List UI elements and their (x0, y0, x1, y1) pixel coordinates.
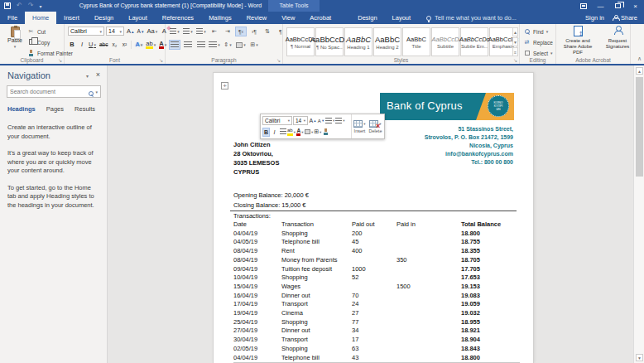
text-effects-button[interactable]: A▾ (134, 40, 143, 49)
style-item[interactable]: AaBbCcD Subtitle (431, 27, 459, 56)
replace-button[interactable]: ⇄Replace (523, 37, 553, 47)
sign-in-button[interactable]: Sign in (585, 14, 604, 22)
italic-button[interactable]: I (78, 40, 86, 49)
contextual-tab[interactable]: Design (350, 12, 384, 24)
mini-font-family-combo[interactable]: Calibri▾ (262, 116, 292, 125)
rtl-text-direction-button[interactable]: ›¶ (248, 27, 260, 36)
increase-indent-button[interactable]: ⇥ (222, 27, 233, 36)
nav-tab-pages[interactable]: Pages (46, 105, 64, 113)
subscript-button[interactable]: x₂ (110, 40, 118, 49)
vertical-scrollbar[interactable]: ▲ ▼ (633, 65, 644, 363)
mini-delete-table-button[interactable]: ▾ Delete (368, 114, 383, 138)
text-highlight-button[interactable]: ab▾ (145, 40, 156, 49)
ltr-text-direction-button[interactable]: ¶‹ (235, 27, 247, 36)
navigation-options-icon[interactable]: ▾ (86, 73, 89, 79)
numbering-button[interactable]: ▾ (182, 27, 194, 36)
align-center-button[interactable] (182, 40, 194, 50)
mini-highlight-button[interactable]: ab▾ (287, 128, 296, 137)
styles-scroll-down-icon[interactable]: ▼ (512, 37, 518, 46)
nav-tab-headings[interactable]: Headings (7, 105, 36, 113)
style-item[interactable]: AaBbCcDc Subtle Em... (460, 27, 488, 56)
style-item[interactable]: AaBbC Heading 1 (344, 27, 372, 56)
mini-font-size-combo[interactable]: 14▾ (293, 116, 308, 125)
redo-icon[interactable]: ↷ (28, 0, 34, 12)
search-icon[interactable] (89, 91, 94, 96)
bullets-button[interactable]: ▾ (169, 27, 180, 36)
share-button[interactable]: Share (613, 14, 637, 22)
styles-scroll-up-icon[interactable]: ▲ (512, 27, 518, 36)
ribbon-tab[interactable]: Insert (56, 12, 87, 24)
ribbon-tab[interactable]: Acrobat (302, 12, 339, 24)
scrollbar-thumb[interactable] (636, 77, 643, 177)
tell-me-box[interactable]: Tell me what you want to do... (426, 12, 517, 24)
bold-button[interactable]: B (68, 40, 76, 49)
ribbon-tab[interactable]: Design (87, 12, 121, 24)
style-item[interactable]: AaBbC Heading 2 (373, 27, 401, 56)
change-case-button[interactable]: Aa▾ (147, 27, 159, 36)
paste-button[interactable]: Paste ▾ (4, 26, 26, 59)
navigation-close-icon[interactable]: × (96, 70, 100, 79)
mini-borders-button[interactable]: ⊞▾ (314, 128, 321, 137)
close-button[interactable]: × (627, 0, 644, 12)
align-right-button[interactable] (195, 40, 207, 50)
contextual-tab[interactable]: Layout (385, 12, 419, 24)
style-item[interactable]: AaBbC Title (402, 27, 430, 56)
scroll-up-icon[interactable]: ▲ (636, 67, 643, 75)
restore-button[interactable] (609, 0, 627, 12)
mini-shrink-font-button[interactable]: A▾ (317, 116, 324, 125)
ribbon-display-options-button[interactable] (574, 0, 592, 12)
paragraph-dialog-launcher[interactable]: ↘ (276, 58, 281, 63)
ribbon-tab[interactable]: Review (239, 12, 275, 24)
styles-dialog-launcher[interactable]: ↘ (513, 58, 517, 63)
ribbon-tab[interactable]: View (274, 12, 302, 24)
clipboard-dialog-launcher[interactable]: ↘ (58, 58, 62, 63)
mini-shading-button[interactable]: ▾ (305, 128, 313, 137)
font-size-combo[interactable]: 14▾ (106, 27, 124, 36)
font-dialog-launcher[interactable]: ↘ (159, 58, 163, 63)
tab-file[interactable]: File (0, 12, 25, 24)
justify-button[interactable]: ▾ (209, 40, 220, 50)
ribbon-tab[interactable]: References (155, 12, 201, 24)
superscript-button[interactable]: x² (120, 40, 128, 49)
line-spacing-button[interactable]: ⇕▾ (222, 40, 233, 50)
document-page[interactable]: + Bank of Cyprus ΚΟΙΝΟΚΥΠΡΙΩΝ 51 Stassin… (213, 72, 534, 363)
nav-tab-results[interactable]: Results (74, 105, 95, 113)
underline-button[interactable]: U▾ (88, 40, 97, 49)
mini-grow-font-button[interactable]: A▴ (309, 116, 316, 125)
strikethrough-button[interactable]: abc (99, 40, 108, 49)
create-pdf-button[interactable]: Create and Share Adobe PDF (560, 26, 596, 56)
multilevel-list-button[interactable]: ▾ (195, 27, 207, 36)
mini-italic-button[interactable]: I (271, 128, 278, 137)
table-move-handle-icon[interactable]: + (221, 82, 228, 90)
styles-more-icon[interactable]: ≡ (512, 47, 518, 56)
undo-icon[interactable]: ↶ (17, 0, 22, 12)
qat-customize-icon[interactable]: ▾ (39, 3, 41, 9)
shrink-font-button[interactable]: A▾ (137, 27, 145, 36)
find-button[interactable]: Find▾ (523, 27, 553, 36)
decrease-indent-button[interactable]: ⇤ (209, 27, 220, 36)
mini-bold-button[interactable]: B (262, 128, 270, 137)
scroll-down-icon[interactable]: ▼ (636, 354, 643, 361)
mini-font-color-button[interactable]: A▾ (296, 128, 304, 137)
save-icon[interactable] (4, 2, 11, 9)
grow-font-button[interactable]: A▴ (126, 27, 135, 36)
minimize-button[interactable]: — (592, 0, 609, 12)
sort-button[interactable]: ⇅ (262, 27, 273, 36)
search-input[interactable] (7, 89, 89, 94)
ribbon-tab[interactable]: Mailings (201, 12, 239, 24)
borders-button[interactable]: ⊞▾ (248, 40, 260, 50)
mini-bullets-button[interactable]: ▾ (325, 116, 334, 125)
collapse-ribbon-icon[interactable]: ∧ (637, 56, 642, 62)
search-options-icon[interactable]: ▾ (95, 90, 98, 94)
font-family-combo[interactable]: Calibri▾ (68, 27, 104, 36)
ribbon-tab[interactable]: Layout (121, 12, 155, 24)
tab-home[interactable]: Home (25, 12, 56, 24)
style-item[interactable]: AaBbCcDc ¶ No Spac... (315, 27, 344, 56)
align-left-button[interactable] (169, 40, 180, 50)
mini-insert-table-button[interactable]: ▾ Insert (352, 114, 368, 138)
request-signatures-button[interactable]: Request Signatures (599, 26, 636, 56)
mini-numbering-button[interactable]: ▾ (335, 116, 344, 125)
mini-format-painter-button[interactable] (322, 128, 329, 137)
shading-button[interactable]: ▾ (235, 40, 247, 50)
mini-align-button[interactable] (279, 128, 286, 137)
